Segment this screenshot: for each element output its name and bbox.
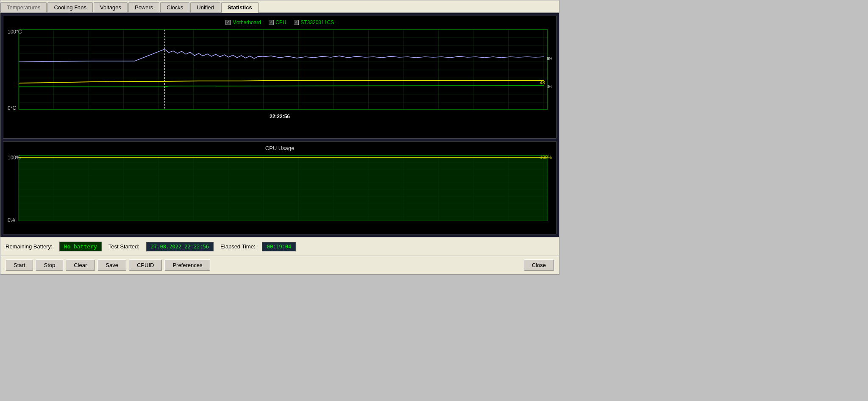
cpu-value-100: 100% xyxy=(540,155,552,160)
tab-powers[interactable]: Powers xyxy=(128,2,159,12)
cpu-chart-svg xyxy=(7,154,553,224)
battery-value: No battery xyxy=(59,242,102,251)
cpu-y-bottom: 0% xyxy=(8,217,15,223)
motherboard-checkbox[interactable]: ✓ xyxy=(225,20,231,25)
st-checkbox[interactable]: ✓ xyxy=(294,20,299,25)
elapsed-value: 00:19:04 xyxy=(262,242,296,251)
temp-value-36: 36 xyxy=(547,84,552,89)
temp-y-bottom: 0°C xyxy=(8,105,16,111)
temp-value-69: 69 xyxy=(547,56,552,61)
cpu-chart-inner: 100% 0% 100% xyxy=(7,154,553,224)
test-started-value: 27.08.2022 22:22:56 xyxy=(146,242,214,251)
start-button[interactable]: Start xyxy=(6,259,33,271)
legend-motherboard: ✓ Motherboard xyxy=(225,19,261,25)
temp-chart-inner: 100°C 0°C 22:22:56 69 43 36 xyxy=(7,28,553,121)
cpu-chart-title: CPU Usage xyxy=(7,145,553,151)
tab-clocks[interactable]: Clocks xyxy=(160,2,189,12)
tab-temperatures[interactable]: Temperatures xyxy=(0,2,47,12)
app-window: Temperatures Cooling Fans Voltages Power… xyxy=(0,0,559,275)
button-bar: Start Stop Clear Save CPUID Preferences … xyxy=(0,256,559,274)
charts-area: ✓ Motherboard ✓ CPU ✓ ST3320311CS 100°C … xyxy=(0,13,559,237)
test-started-label: Test Started: xyxy=(108,243,139,250)
tab-cooling-fans[interactable]: Cooling Fans xyxy=(47,2,93,12)
cpuid-button[interactable]: CPUID xyxy=(129,259,162,271)
temp-x-time: 22:22:56 xyxy=(270,114,290,120)
temperature-chart: ✓ Motherboard ✓ CPU ✓ ST3320311CS 100°C … xyxy=(3,16,556,139)
cpu-usage-chart: CPU Usage 100% 0% 100% xyxy=(3,141,556,234)
temp-chart-svg xyxy=(7,28,553,121)
battery-label: Remaining Battery: xyxy=(6,243,53,250)
svg-rect-60 xyxy=(19,157,548,221)
elapsed-label: Elapsed Time: xyxy=(220,243,255,250)
close-button[interactable]: Close xyxy=(524,259,554,271)
tab-statistics[interactable]: Statistics xyxy=(221,2,259,13)
status-bar: Remaining Battery: No battery Test Start… xyxy=(0,237,559,256)
legend-st: ✓ ST3320311CS xyxy=(294,19,334,25)
temp-value-43: 43 xyxy=(540,80,545,85)
clear-button[interactable]: Clear xyxy=(66,259,95,271)
temp-y-top: 100°C xyxy=(8,29,22,35)
legend-cpu: ✓ CPU xyxy=(269,19,286,25)
tab-bar: Temperatures Cooling Fans Voltages Power… xyxy=(0,0,559,13)
cpu-y-top: 100% xyxy=(8,155,21,161)
cpu-checkbox[interactable]: ✓ xyxy=(269,20,274,25)
save-button[interactable]: Save xyxy=(97,259,126,271)
tab-unified[interactable]: Unified xyxy=(190,2,220,12)
chart-legend: ✓ Motherboard ✓ CPU ✓ ST3320311CS xyxy=(7,19,553,25)
tab-voltages[interactable]: Voltages xyxy=(94,2,128,12)
stop-button[interactable]: Stop xyxy=(36,259,63,271)
svg-rect-0 xyxy=(19,30,548,109)
preferences-button[interactable]: Preferences xyxy=(164,259,210,271)
